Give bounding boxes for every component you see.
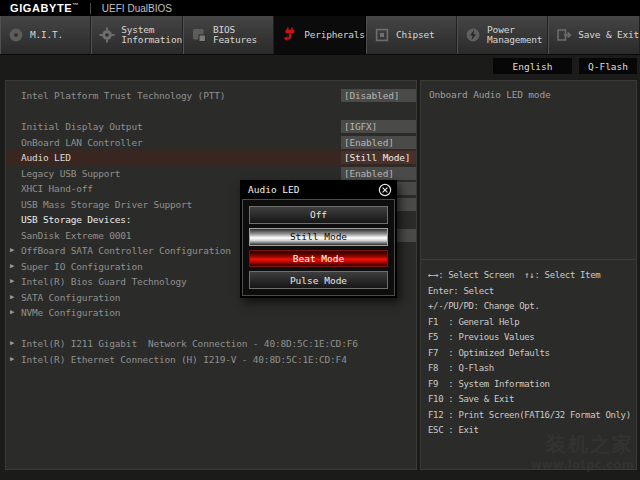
help-panel: Onboard Audio LED mode ←→: Select Screen… — [420, 80, 637, 470]
setting-label: Intel(R) Ethernet Connection (H) I219-V … — [21, 354, 347, 365]
audio-led-popup: Audio LED OffStill ModeBeat ModePulse Mo… — [240, 180, 397, 298]
settings-row[interactable]: Initial Display Output[IGFX] — [6, 119, 416, 135]
setting-label: OffBoard SATA Controller Configuration — [21, 245, 231, 256]
setting-value[interactable]: [Disabled] — [341, 89, 416, 102]
setup-tab-bar: M.I.T.SystemInformationBIOSFeaturesPerip… — [0, 16, 640, 55]
setting-value[interactable]: [IGFX] — [341, 120, 416, 133]
peripherals-icon — [282, 27, 298, 43]
setting-label: OnBoard LAN Controller — [21, 137, 142, 148]
hotkey-line: +/-/PU/PD: Change Opt. — [428, 299, 635, 315]
tab-power-management[interactable]: PowerManagement — [457, 16, 548, 54]
settings-row[interactable]: Legacy USB Support[Enabled] — [6, 166, 416, 182]
bios-setup-screen: GIGABYTE™ UEFI DualBIOS M.I.T.SystemInfo… — [0, 0, 640, 480]
setting-label: Audio LED — [21, 152, 71, 163]
mit-icon — [8, 27, 24, 43]
setting-label: SanDisk Extreme 0001 — [21, 230, 131, 241]
settings-row[interactable]: Audio LED[Still Mode] — [6, 150, 416, 166]
save-exit-icon — [556, 27, 572, 43]
tab-chipset[interactable]: Chipset — [366, 16, 457, 54]
hotkey-line: F7 : Optimized Defaults — [428, 346, 635, 362]
hotkey-line: F10 : Save & Exit — [428, 392, 635, 408]
tab-peripherals[interactable]: Peripherals — [274, 16, 366, 54]
setting-label: NVMe Configuration — [21, 307, 120, 318]
tab-system-information[interactable]: SystemInformation — [91, 16, 183, 54]
submenu-arrow-icon: ▶ — [10, 352, 14, 368]
tab-bios-features[interactable]: BIOSFeatures — [183, 16, 274, 54]
setting-label: XHCI Hand-off — [21, 183, 93, 194]
setting-label: Initial Display Output — [21, 121, 142, 132]
popup-option-beat-mode[interactable]: Beat Mode — [249, 250, 388, 268]
setting-label: Intel(R) I211 Gigabit Network Connection… — [21, 338, 358, 349]
power-icon — [465, 27, 481, 43]
hotkey-line: F1 : General Help — [428, 315, 635, 331]
submenu-arrow-icon: ▶ — [10, 243, 14, 259]
popup-titlebar: Audio LED — [240, 180, 397, 199]
popup-option-still-mode[interactable]: Still Mode — [249, 228, 388, 246]
hotkey-line: ESC : Exit — [428, 423, 635, 439]
hotkey-line: F8 : Q-Flash — [428, 361, 635, 377]
submenu-arrow-icon: ▶ — [10, 305, 14, 321]
tab-label: M.I.T. — [30, 30, 63, 40]
setting-label: Intel(R) Bios Guard Technology — [21, 276, 187, 287]
settings-row[interactable]: ▶NVMe Configuration — [6, 305, 416, 321]
hotkey-line: Enter: Select — [428, 284, 635, 300]
system-info-icon — [99, 27, 115, 43]
popup-options: OffStill ModeBeat ModePulse Mode — [242, 199, 395, 296]
chipset-icon — [374, 27, 390, 43]
settings-row[interactable]: Intel Platform Trust Technology (PTT)[Di… — [6, 88, 416, 104]
setting-label: Legacy USB Support — [21, 168, 120, 179]
tab-label: Save & Exit — [578, 30, 639, 40]
tab-label: PowerManagement — [487, 25, 542, 45]
setting-label: USB Storage Devices: — [21, 214, 131, 225]
setting-value[interactable]: [Still Mode] — [341, 151, 416, 164]
popup-option-off[interactable]: Off — [249, 206, 388, 224]
hotkey-line: F5 : Previous Values — [428, 330, 635, 346]
submenu-arrow-icon: ▶ — [10, 290, 14, 306]
setting-label: Super IO Configuration — [21, 261, 142, 272]
circle-x-icon[interactable] — [378, 183, 392, 197]
submenu-arrow-icon: ▶ — [10, 259, 14, 275]
setting-label: Intel Platform Trust Technology (PTT) — [21, 90, 225, 101]
trademark-mark: ™ — [72, 2, 79, 8]
hotkey-legend: ←→: Select Screen ↑↓: Select ItemEnter: … — [428, 268, 635, 439]
tab-label: SystemInformation — [121, 25, 182, 45]
submenu-arrow-icon: ▶ — [10, 336, 14, 352]
tab-label: BIOSFeatures — [213, 25, 257, 45]
help-panel-divider — [421, 259, 636, 260]
settings-row[interactable]: ▶Intel(R) I211 Gigabit Network Connectio… — [6, 336, 416, 352]
tab-save-exit[interactable]: Save & Exit — [548, 16, 640, 54]
hotkey-line: F12 : Print Screen(FAT16/32 Format Only) — [428, 408, 635, 424]
setting-label: SATA Configuration — [21, 292, 120, 303]
popup-title: Audio LED — [248, 184, 299, 195]
hotkey-line: ←→: Select Screen ↑↓: Select Item — [428, 268, 635, 284]
qflash-button[interactable]: Q-Flash — [578, 57, 638, 75]
topbar-divider — [90, 3, 91, 14]
submenu-arrow-icon: ▶ — [10, 274, 14, 290]
hotkey-line: F9 : System Information — [428, 377, 635, 393]
tab-label: Chipset — [396, 30, 435, 40]
settings-row[interactable]: OnBoard LAN Controller[Enabled] — [6, 135, 416, 151]
help-description: Onboard Audio LED mode — [421, 81, 636, 108]
tab-label: Peripherals — [304, 30, 365, 40]
setting-value[interactable]: [Enabled] — [341, 136, 416, 149]
setting-value[interactable]: [Enabled] — [341, 167, 416, 180]
settings-row-spacer — [6, 104, 416, 120]
language-button[interactable]: English — [492, 57, 573, 75]
setting-label: USB Mass Storage Driver Support — [21, 199, 192, 210]
settings-row-spacer — [6, 321, 416, 337]
firmware-title: UEFI DualBIOS — [102, 3, 172, 14]
tab-mit[interactable]: M.I.T. — [0, 16, 91, 54]
settings-row[interactable]: ▶Intel(R) Ethernet Connection (H) I219-V… — [6, 352, 416, 368]
top-brand-bar: GIGABYTE™ UEFI DualBIOS — [0, 0, 640, 16]
bios-features-icon — [191, 27, 207, 43]
popup-option-pulse-mode[interactable]: Pulse Mode — [249, 271, 388, 289]
gigabyte-logo: GIGABYTE™ — [0, 2, 79, 14]
